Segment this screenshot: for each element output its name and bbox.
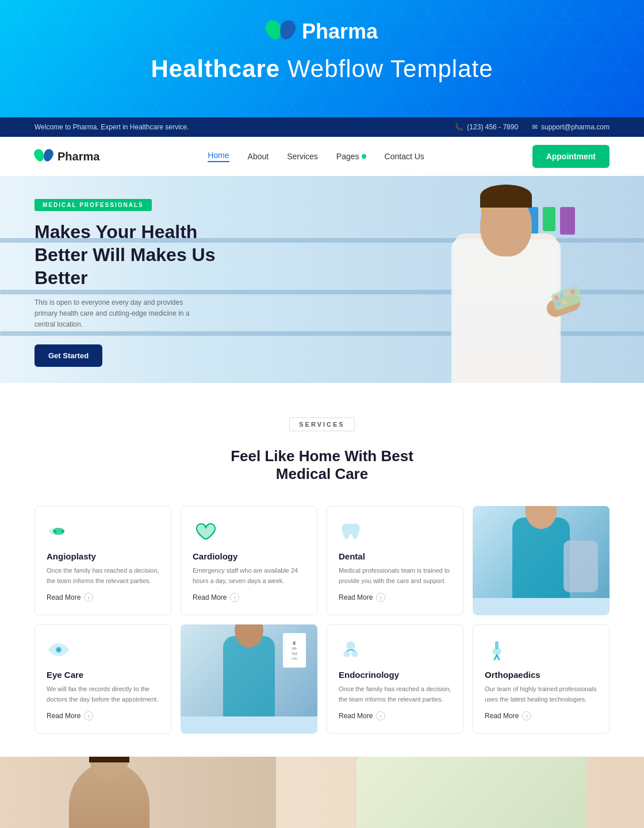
nav-contact[interactable]: Contact Us	[385, 152, 424, 161]
orthopaedics-name: Orthopaedics	[485, 670, 597, 680]
info-welcome: Welcome to Pharma. Expert in Healthcare …	[34, 123, 189, 131]
orthopaedics-read-more[interactable]: Read More ›	[485, 711, 597, 720]
endocrinology-desc: Once the family has reached a decision, …	[339, 684, 451, 704]
hero-badge: MEDICAL PROFESSIONALS	[34, 199, 152, 211]
service-card-angioplasty: Angioplasty Once the family has reached …	[34, 506, 171, 615]
cardiology-icon	[193, 519, 217, 543]
read-more-circle: ›	[376, 711, 385, 720]
contact-phone: 📞 (123) 456 - 7890	[455, 123, 518, 131]
read-more-circle: ›	[84, 593, 93, 602]
dental-read-more[interactable]: Read More ›	[339, 593, 451, 602]
contact-items: 📞 (123) 456 - 7890 ✉ support@pharma.com	[455, 123, 610, 131]
service-card-orthopaedics: Orthopaedics Our team of highly trained …	[473, 624, 610, 734]
svg-point-6	[347, 642, 355, 650]
service-card-eyecare-image: E FP TOZ LPED	[181, 624, 317, 734]
svg-line-13	[497, 655, 499, 660]
angioplasty-desc: Once the family has reached a decision, …	[47, 566, 159, 586]
about-person-hair	[89, 757, 129, 762]
read-more-circle: ›	[522, 711, 531, 720]
navbar: Pharma Home About Services Pages Contact…	[0, 137, 644, 176]
eyecare-image-placeholder: E FP TOZ LPED	[181, 624, 317, 716]
nav-drop-blue	[42, 148, 55, 163]
svg-rect-11	[495, 641, 499, 649]
eyecare-icon	[47, 638, 71, 662]
nav-about[interactable]: About	[248, 152, 269, 161]
drop-blue	[277, 18, 298, 42]
angioplasty-read-more[interactable]: Read More ›	[47, 593, 159, 602]
section-label-wrap: SERVICES	[34, 417, 610, 440]
hero-section: MEDICAL PROFESSIONALS Makes Your Health …	[0, 176, 644, 383]
services-section: SERVICES Feel Like Home With BestMedical…	[0, 383, 644, 757]
banner-logo-icon	[266, 17, 295, 46]
svg-point-2	[53, 530, 56, 533]
dental-desc: Medical professionals team is trained to…	[339, 566, 451, 586]
svg-line-10	[351, 650, 355, 651]
nav-home[interactable]: Home	[208, 151, 229, 162]
eye-doctor-body	[223, 636, 275, 716]
angioplasty-name: Angioplasty	[47, 551, 159, 561]
about-info-area	[356, 757, 586, 828]
read-more-circle: ›	[376, 593, 385, 602]
angioplasty-icon	[47, 519, 71, 543]
cardiology-read-more[interactable]: Read More ›	[193, 593, 305, 602]
eyecare-name: Eye Care	[47, 670, 159, 680]
phone-number: (123) 456 - 7890	[467, 123, 518, 131]
dental-img-content	[473, 506, 610, 598]
svg-line-9	[347, 650, 351, 651]
service-card-eyecare: Eye Care We will fax the records directl…	[34, 624, 171, 734]
cardiology-name: Cardiology	[193, 551, 305, 561]
svg-point-3	[61, 530, 64, 533]
person-hair	[480, 185, 532, 208]
svg-point-5	[57, 649, 60, 651]
eye-img-content: E FP TOZ LPED	[181, 624, 317, 716]
email-address: support@pharma.com	[541, 123, 610, 131]
service-card-dental-image	[473, 506, 610, 615]
contact-email: ✉ support@pharma.com	[532, 123, 610, 131]
orthopaedics-desc: Our team of highly trained professionals…	[485, 684, 597, 704]
cardiology-desc: Emergency staff who are available 24 hou…	[193, 566, 305, 586]
hero-description: This is open to everyone every day and p…	[34, 297, 195, 331]
nav-logo: Pharma	[34, 147, 99, 166]
nav-pages[interactable]: Pages	[336, 152, 366, 161]
email-icon: ✉	[532, 123, 538, 131]
patient-body	[564, 540, 598, 592]
read-more-circle: ›	[84, 711, 93, 720]
svg-point-7	[344, 651, 350, 657]
read-more-circle: ›	[230, 593, 239, 602]
endocrinology-read-more[interactable]: Read More ›	[339, 711, 451, 720]
pages-dot-icon	[362, 154, 366, 159]
person-coat	[451, 239, 561, 383]
nav-services[interactable]: Services	[287, 152, 318, 161]
services-title: Feel Like Home With BestMedical Care	[34, 447, 610, 483]
dentist-body	[512, 518, 570, 598]
service-card-dental: Dental Medical professionals team is tra…	[327, 506, 463, 615]
service-card-endocrinology: Endocrinology Once the family has reache…	[327, 624, 463, 734]
eyecare-read-more[interactable]: Read More ›	[47, 711, 159, 720]
hero-title: Makes Your Health Better Will Makes Us B…	[34, 220, 253, 289]
top-banner: Pharma Healthcare Webflow Template	[0, 0, 644, 117]
endocrinology-name: Endocrinology	[339, 670, 451, 680]
services-grid: Angioplasty Once the family has reached …	[34, 506, 610, 734]
dental-icon	[339, 519, 363, 543]
endocrinology-icon	[339, 638, 363, 662]
orthopaedics-icon	[485, 638, 509, 662]
nav-logo-text: Pharma	[57, 150, 99, 163]
about-person-area	[0, 757, 276, 828]
get-started-button[interactable]: Get Started	[34, 344, 102, 367]
about-teaser: ABOUT US	[0, 757, 644, 828]
service-card-cardiology: Cardiology Emergency staff who are avail…	[181, 506, 317, 615]
dental-image-placeholder	[473, 506, 610, 598]
hero-content: MEDICAL PROFESSIONALS Makes Your Health …	[34, 199, 253, 367]
eyecare-desc: We will fax the records directly to the …	[47, 684, 159, 704]
hero-person	[425, 187, 586, 383]
eye-chart: E FP TOZ LPED	[283, 633, 306, 668]
info-bar: Welcome to Pharma. Expert in Healthcare …	[0, 117, 644, 137]
services-label: SERVICES	[289, 417, 354, 431]
nav-logo-icon	[34, 147, 53, 166]
nav-links: Home About Services Pages Contact Us	[208, 151, 424, 162]
svg-point-8	[352, 651, 358, 657]
dental-name: Dental	[339, 551, 451, 561]
phone-icon: 📞	[455, 123, 463, 131]
appointment-button[interactable]: Appointment	[532, 145, 610, 168]
